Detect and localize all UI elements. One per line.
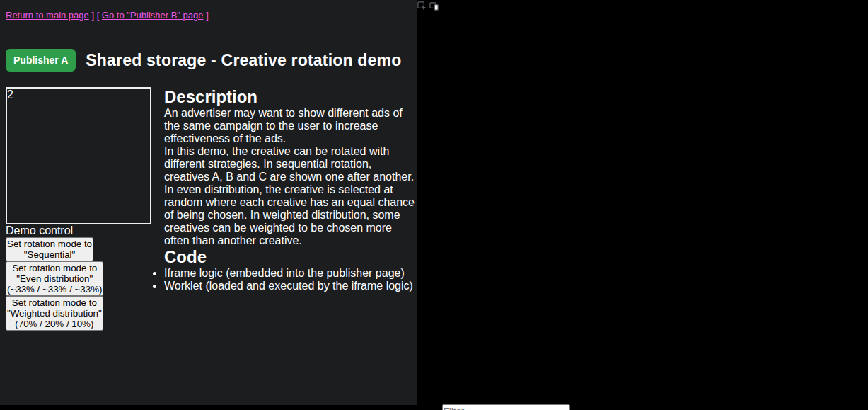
link-separator: ] [	[89, 10, 102, 21]
section-background-services: Background services	[417, 234, 868, 247]
sidebar-item-interest-groups[interactable]: Interest groups	[417, 157, 868, 170]
screen: Return to main page ] [ Go to "Publisher…	[0, 0, 868, 410]
description-paragraph-2: In this demo, the creative can be rotate…	[164, 145, 417, 247]
collapse-arrow-icon[interactable]: ▸	[417, 106, 423, 118]
cloud-icon: △	[417, 352, 426, 364]
list-item-text: (embedded into the publisher page)	[223, 267, 405, 279]
list-item: Iframe logic (embedded into the publishe…	[164, 267, 417, 280]
inspect-element-icon[interactable]	[417, 1, 429, 13]
tab-application[interactable]: Application	[738, 1, 793, 13]
sidebar-item-payment-handler[interactable]: Payment handler	[417, 312, 868, 325]
sidebar-item-bounce-tracking[interactable]: Bounce tracking miti…	[417, 287, 868, 300]
collapse-arrow-icon[interactable]: ▸	[417, 92, 423, 104]
sidebar-item-manifest[interactable]: Manifest	[417, 40, 868, 52]
shared-storage-view: ↻ ▽ ⊘ ✕ Shared storage Origin https://sh…	[417, 404, 868, 410]
sidebar-item-notifications[interactable]: Notifications	[417, 300, 868, 312]
sidebar-item-shared-storage-origin-2[interactable]: https://shared-storage…	[417, 196, 868, 209]
sidebar-item-background-fetch[interactable]: ⇅Background fetch	[417, 260, 868, 273]
sidebar-item-session-storage[interactable]: ▸Session storage	[417, 105, 868, 118]
tab-sources[interactable]: Sources	[537, 1, 579, 13]
list-item-text: (loaded and executed by the iframe logic…	[202, 280, 413, 292]
description-card: Description An advertiser may want to sh…	[164, 87, 417, 331]
description-heading: Description	[164, 87, 417, 107]
refresh-icon[interactable]: ↻	[417, 404, 427, 410]
sidebar-item-storage-buckets[interactable]: Storage buckets	[417, 222, 868, 234]
button-line: Set rotation mode to	[7, 297, 102, 308]
set-sequential-button[interactable]: Set rotation mode to "Sequential"	[6, 237, 93, 261]
sidebar-item-indexeddb[interactable]: IndexedDB	[417, 118, 868, 131]
sidebar-item-back-forward-cache[interactable]: Back/forward cache	[417, 247, 868, 260]
button-line: "Sequential"	[7, 249, 92, 260]
sync-icon: ↻	[417, 274, 427, 286]
close-devtools-icon[interactable]: ✕	[455, 14, 464, 26]
error-count: 2	[417, 14, 424, 26]
sidebar-item-local-storage[interactable]: ▸Local storage	[417, 91, 868, 105]
settings-gear-icon[interactable]: ⚙	[427, 14, 436, 26]
button-line: (~33% / ~33% / ~33%)	[7, 284, 102, 295]
kebab-menu-icon[interactable]: ⋮	[440, 14, 451, 26]
clear-all-icon[interactable]: ⊘	[573, 404, 582, 410]
sidebar-item-periodic-background-sync[interactable]: Periodic backgroun…	[417, 325, 868, 338]
publisher-b-link[interactable]: Go to "Publisher B" page	[102, 10, 204, 21]
button-line: "Even distribution"	[7, 273, 102, 284]
tab-performance[interactable]: Performance	[627, 1, 692, 13]
page-title: Shared storage - Creative rotation demo	[86, 51, 401, 70]
sidebar-item-reporting-api[interactable]: Reporting API	[417, 365, 868, 377]
sidebar-item-private-state-tokens[interactable]: Private state tokens	[417, 144, 868, 157]
sidebar-item-storage[interactable]: Storage	[417, 66, 868, 79]
devtools-panel: Elements Console Sources Network Perform…	[417, 0, 868, 410]
devtools-body: Application Manifest ⚙Service workers St…	[417, 27, 868, 410]
tab-security[interactable]: Security	[797, 1, 838, 13]
tab-console[interactable]: Console	[492, 1, 534, 13]
link-end: ]	[204, 10, 209, 21]
button-line: Set rotation mode to	[7, 239, 92, 249]
button-line: (70% / 20% / 10%)	[7, 319, 102, 329]
list-item: Worklet (loaded and executed by the ifra…	[164, 280, 417, 292]
error-x-glyph: ✕	[850, 1, 859, 13]
shared-storage-toolbar: ↻ ▽ ⊘ ✕	[417, 404, 868, 410]
delete-selected-icon[interactable]: ✕	[586, 404, 595, 410]
top-links: Return to main page ] [ Go to "Publisher…	[0, 0, 417, 21]
speculative-loads-icon: ⇅	[423, 338, 432, 351]
set-even-distribution-button[interactable]: Set rotation mode to "Even distribution"…	[6, 261, 103, 296]
sidebar-item-speculative-loads[interactable]: ▸⇅Speculative loads	[417, 338, 868, 351]
collapse-arrow-icon[interactable]: ▸	[417, 132, 423, 144]
error-badge-icon[interactable]: ✕	[850, 1, 859, 13]
ad-creative-frame: 2	[6, 87, 151, 224]
button-line: "Weighted distribution"	[7, 308, 102, 319]
creative-number: 2	[7, 89, 13, 101]
publisher-page: Return to main page ] [ Go to "Publisher…	[0, 0, 417, 405]
page-content: 2 Demo control Set rotation mode to "Seq…	[6, 87, 417, 331]
sidebar-item-frame-top[interactable]: ▸top	[417, 390, 868, 404]
sidebar-item-service-workers[interactable]: ⚙Service workers	[417, 52, 868, 66]
sidebar-item-background-sync[interactable]: ↻Background sync	[417, 273, 868, 287]
collapse-arrow-icon[interactable]: ▸	[417, 391, 423, 403]
collapse-arrow-icon[interactable]: ▸	[417, 338, 423, 351]
sidebar-item-push-messaging[interactable]: △Push messaging	[417, 351, 868, 365]
set-weighted-distribution-button[interactable]: Set rotation mode to "Weighted distribut…	[6, 296, 103, 331]
device-toolbar-icon[interactable]	[429, 1, 441, 13]
worklet-link[interactable]: Worklet	[164, 280, 202, 292]
expand-arrow-icon[interactable]: ▾	[417, 171, 423, 183]
sidebar-item-cache-storage[interactable]: Cache storage	[417, 209, 868, 222]
sidebar-item-shared-storage[interactable]: ▾Shared storage	[417, 170, 868, 183]
service-worker-icon: ⚙	[417, 53, 427, 65]
tab-memory[interactable]: Memory	[695, 1, 736, 13]
iframe-logic-link[interactable]: Iframe logic	[164, 267, 223, 279]
more-tabs-icon[interactable]: »	[840, 1, 847, 13]
tab-elements[interactable]: Elements	[442, 1, 490, 13]
return-main-link[interactable]: Return to main page	[6, 10, 89, 21]
section-application: Application	[417, 27, 868, 40]
code-links-list: Iframe logic (embedded into the publishe…	[164, 267, 417, 292]
filter-input[interactable]	[442, 404, 570, 410]
page-header: Publisher A Shared storage - Creative ro…	[6, 49, 417, 72]
fetch-arrows-icon: ⇅	[417, 261, 427, 273]
tab-network[interactable]: Network	[581, 1, 623, 13]
button-line: Set rotation mode to	[7, 263, 102, 273]
left-column: 2 Demo control Set rotation mode to "Seq…	[6, 87, 156, 331]
description-paragraph-1: An advertiser may want to show different…	[164, 107, 417, 145]
application-sidebar: Application Manifest ⚙Service workers St…	[417, 27, 868, 404]
filter-funnel-icon: ▽	[430, 404, 439, 410]
sidebar-item-cookies[interactable]: ▸Cookies	[417, 131, 868, 144]
sidebar-item-shared-storage-origin-1[interactable]: https://shared-storage…	[417, 183, 868, 196]
